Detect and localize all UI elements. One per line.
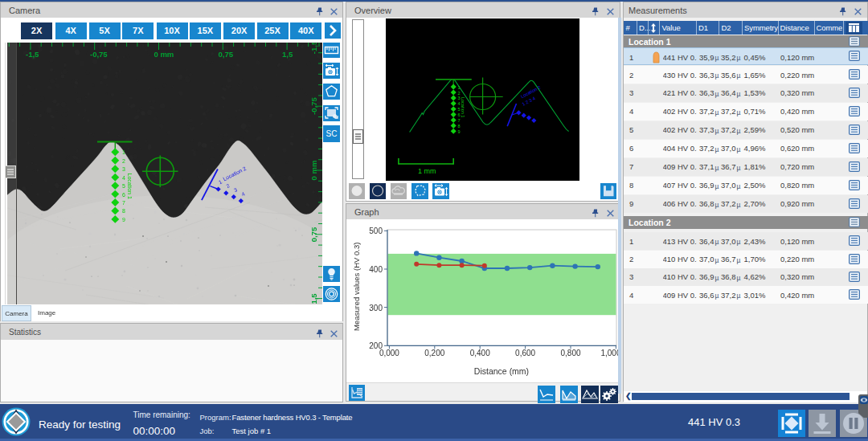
svg-text:0,200: 0,200	[424, 349, 444, 357]
svg-text:1,5: 1,5	[309, 293, 318, 304]
svg-text:3: 3	[458, 96, 461, 100]
svg-text:6: 6	[458, 112, 461, 117]
svg-text:0,75: 0,75	[219, 50, 234, 59]
svg-text:Location 1: Location 1	[461, 97, 465, 117]
svg-text:8: 8	[458, 124, 461, 129]
svg-text:-0,75: -0,75	[309, 96, 318, 114]
svg-text:1,5: 1,5	[282, 50, 293, 59]
svg-text:2: 2	[122, 158, 125, 164]
svg-text:7: 7	[458, 118, 461, 123]
svg-text:Measured values (HV 0.3): Measured values (HV 0.3)	[352, 243, 361, 331]
svg-text:7: 7	[122, 200, 125, 206]
svg-text:9: 9	[458, 129, 461, 134]
svg-text:0,600: 0,600	[515, 349, 535, 357]
svg-text:9: 9	[122, 217, 125, 223]
svg-text:0,400: 0,400	[470, 349, 490, 357]
svg-text:-0,75: -0,75	[90, 50, 108, 59]
svg-text:2: 2	[458, 91, 461, 96]
svg-text:6: 6	[122, 192, 125, 198]
svg-text:0 mm: 0 mm	[154, 50, 174, 59]
svg-text:0,800: 0,800	[560, 349, 580, 357]
svg-text:400: 400	[369, 265, 383, 274]
svg-text:8: 8	[122, 208, 125, 214]
svg-text:1: 1	[122, 149, 125, 155]
svg-text:Distance (mm): Distance (mm)	[474, 366, 529, 376]
svg-text:3: 3	[122, 166, 125, 172]
svg-text:200: 200	[369, 341, 383, 350]
svg-text:5: 5	[122, 183, 125, 189]
svg-text:0 mm: 0 mm	[309, 161, 318, 181]
svg-text:0,75: 0,75	[309, 227, 318, 242]
svg-text:4: 4	[458, 101, 461, 106]
svg-text:1 mm: 1 mm	[418, 167, 436, 175]
svg-text:1: 1	[458, 85, 461, 90]
svg-text:300: 300	[369, 304, 383, 312]
svg-text:-1,5: -1,5	[309, 43, 318, 54]
svg-text:4: 4	[122, 175, 125, 181]
svg-text:500: 500	[369, 227, 383, 235]
svg-text:5: 5	[458, 107, 461, 112]
svg-text:-1,5: -1,5	[26, 50, 39, 59]
svg-text:Location 1: Location 1	[127, 174, 133, 199]
